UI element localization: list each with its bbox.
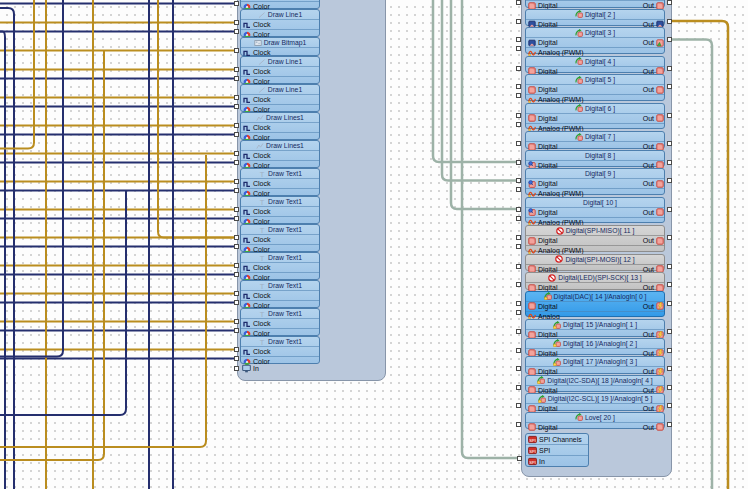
digital-out-connector[interactable] (667, 207, 672, 212)
digital-out-connector[interactable] (667, 366, 672, 371)
digital-in-connector[interactable] (516, 329, 521, 334)
draw-element-block[interactable]: Draw Line1ClockColor (240, 56, 320, 84)
digital-out-connector[interactable] (667, 403, 672, 408)
color-pin-connector[interactable] (234, 272, 239, 277)
digital-out-connector[interactable] (667, 178, 672, 183)
board-channel-block[interactable]: Digital[ 3 ]DigitalOutAnalog (PWM) (525, 27, 665, 54)
digital-out-pin-row[interactable]: DigitalOut (526, 84, 664, 94)
board-channel-block[interactable]: Digital(DAC)[ 14 ]/AnalogIn[ 0 ]DigitalO… (525, 291, 665, 318)
board-channel-block[interactable]: Digital[ 8 ]DigitalOut (525, 150, 665, 168)
digital-in-connector[interactable] (516, 19, 521, 24)
digital-in-connector[interactable] (516, 282, 521, 287)
digital-in-connector[interactable] (516, 141, 521, 146)
digital-in-connector[interactable] (516, 160, 521, 165)
color-pin-connector[interactable] (234, 1, 239, 6)
pin-row-clock[interactable]: Clock (241, 234, 319, 244)
digital-out-connector[interactable] (667, 84, 672, 89)
draw-element-block[interactable]: Draw Lines1ClockColor (240, 140, 320, 168)
board-channel-block[interactable]: Love[ 20 ]DigitalOut (525, 412, 665, 430)
color-pin-connector[interactable] (234, 328, 239, 333)
clock-pin-connector[interactable] (234, 67, 239, 72)
color-pin-connector[interactable] (234, 160, 239, 165)
board-channel-block[interactable]: Digital(LED)(SPI-SCK)[ 13 ]DigitalOut (525, 272, 665, 290)
digital-in-connector[interactable] (516, 178, 521, 183)
digital-out-connector[interactable] (667, 0, 672, 5)
pin-row-clock[interactable]: Clock (241, 150, 319, 160)
color-pin-connector[interactable] (234, 188, 239, 193)
analog-in-connector[interactable] (516, 122, 521, 127)
pin-row-clock[interactable]: Clock (241, 290, 319, 300)
pin-row-clock[interactable]: Clock (241, 206, 319, 216)
draw-element-block[interactable]: TDraw Text1ClockColor (240, 280, 320, 308)
draw-element-block[interactable]: Draw Bitmap1Clock (240, 37, 320, 56)
digital-out-pin-row[interactable]: DigitalOut (526, 207, 664, 217)
board-channel-block[interactable]: Digital[ 10 ]DigitalOutAnalog (PWM) (525, 197, 665, 224)
digital-in-connector[interactable] (516, 37, 521, 42)
analog-in-connector[interactable] (516, 93, 521, 98)
draw-element-block[interactable]: TDraw Text1ClockColor (240, 196, 320, 224)
digital-out-connector[interactable] (667, 160, 672, 165)
digital-in-connector[interactable] (516, 366, 521, 371)
analog-in-connector[interactable] (516, 216, 521, 221)
digital-in-connector[interactable] (516, 235, 521, 240)
digital-in-connector[interactable] (516, 301, 521, 306)
board-channel-block[interactable]: Digital[ 17 ]/AnalogIn[ 3 ]DigitalOut (525, 356, 665, 374)
board-channel-block[interactable]: Digital[ 9 ]DigitalOutAnalog (PWM) (525, 168, 665, 195)
wire-teal[interactable] (462, 0, 517, 458)
digital-out-connector[interactable] (667, 264, 672, 269)
wire-olive[interactable] (0, 50, 104, 460)
clock-pin-connector[interactable] (234, 123, 239, 128)
board-channel-block[interactable]: Digital(I2C-SCL)[ 19 ]/AnalogIn[ 5 ]Digi… (525, 393, 665, 411)
pin-row-clock[interactable]: Clock (241, 318, 319, 328)
color-pin-connector[interactable] (234, 300, 239, 305)
draw-element-block[interactable]: TDraw Text1ClockColor (240, 308, 320, 336)
board-channel-block[interactable]: Digital[ 16 ]/AnalogIn[ 2 ]DigitalOut (525, 338, 665, 356)
wire-teal[interactable] (668, 40, 712, 489)
clock-pin-connector[interactable] (234, 319, 239, 324)
clock-pin-connector[interactable] (234, 207, 239, 212)
board-channel-block[interactable]: Digital[ 5 ]DigitalOutAnalog (PWM) (525, 74, 665, 101)
spi-in-connector[interactable] (517, 456, 522, 461)
wire-teal[interactable] (433, 0, 517, 162)
digital-out-connector[interactable] (667, 19, 672, 24)
spi-row[interactable]: SPISPI Channels (526, 434, 588, 444)
digital-in-connector[interactable] (516, 0, 521, 5)
diagram-canvas[interactable]: Draw Line1ClockColorDraw Line1ClockColor… (0, 0, 748, 489)
digital-in-connector[interactable] (516, 348, 521, 353)
board-channel-block[interactable]: Digital[ 1 ]DigitalOut (525, 0, 665, 8)
clock-pin-connector[interactable] (234, 347, 239, 352)
analog-in-connector[interactable] (516, 310, 521, 315)
digital-out-connector[interactable] (667, 66, 672, 71)
digital-out-pin-row[interactable]: DigitalOut (526, 178, 664, 188)
digital-out-connector[interactable] (667, 141, 672, 146)
pin-row-clock[interactable]: Clock (241, 19, 319, 29)
pin-row-clock[interactable]: Clock (241, 94, 319, 104)
analog-in-connector[interactable] (516, 244, 521, 249)
color-pin-connector[interactable] (234, 104, 239, 109)
draw-element-block[interactable]: Draw Line1ClockColor (240, 9, 320, 37)
pin-row-clock[interactable]: Clock (241, 346, 319, 356)
color-pin-connector[interactable] (234, 29, 239, 34)
digital-in-connector[interactable] (516, 66, 521, 71)
digital-in-connector[interactable] (516, 422, 521, 427)
draw-element-block[interactable]: Draw Line1ClockColor (240, 0, 320, 9)
wire-olive[interactable] (158, 0, 236, 238)
pin-row-clock[interactable]: Clock (241, 122, 319, 132)
spi-row[interactable]: SPIIn (526, 455, 588, 466)
spi-section[interactable]: SPISPI ChannelsSPISPISPIIn (525, 433, 589, 467)
digital-out-pin-row[interactable]: DigitalOut (526, 37, 664, 47)
color-pin-connector[interactable] (234, 216, 239, 221)
board-channel-block[interactable]: Digital(SPI-MOSI)[ 12 ]DigitalOut (525, 254, 665, 272)
digital-out-connector[interactable] (667, 113, 672, 118)
clock-pin-connector[interactable] (234, 235, 239, 240)
draw-element-block[interactable]: Draw Lines1ClockColor (240, 112, 320, 140)
draw-element-block[interactable]: TDraw Text1ClockColor (240, 336, 320, 364)
display-in-pin[interactable]: In (242, 364, 259, 373)
digital-out-connector[interactable] (667, 301, 672, 306)
digital-in-connector[interactable] (516, 84, 521, 89)
digital-in-connector[interactable] (516, 264, 521, 269)
color-pin-connector[interactable] (234, 356, 239, 361)
digital-out-connector[interactable] (667, 37, 672, 42)
wire-navy[interactable] (0, 32, 5, 489)
digital-in-connector[interactable] (516, 385, 521, 390)
